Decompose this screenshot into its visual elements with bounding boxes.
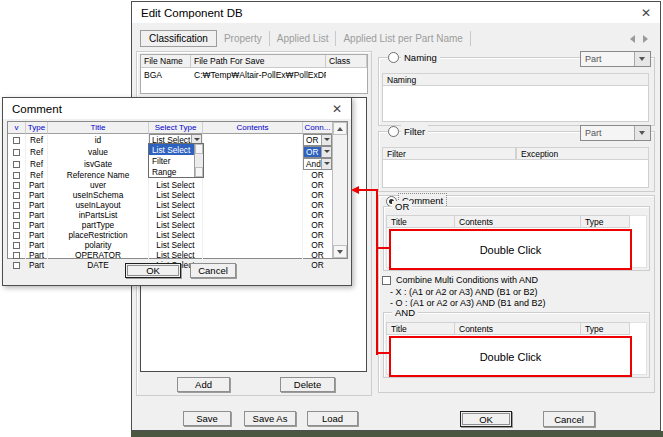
comment-dialog-title: Comment <box>12 103 62 115</box>
vertical-scrollbar[interactable] <box>332 122 347 258</box>
conn-column-header[interactable]: Conn... <box>303 122 332 134</box>
ok-button[interactable]: OK <box>125 263 181 278</box>
annotation-line <box>376 247 391 249</box>
row-checkbox[interactable] <box>13 192 20 199</box>
save-button[interactable]: Save <box>183 411 231 426</box>
close-icon[interactable]: ✕ <box>641 7 651 19</box>
table-row[interactable]: Part polarity List Select OR <box>8 240 332 250</box>
conn-cell: OR <box>303 230 332 240</box>
row-checkbox[interactable] <box>13 262 20 269</box>
filter-scope-combobox[interactable]: Part <box>580 125 651 141</box>
chevron-down-icon[interactable] <box>321 147 331 157</box>
dropdown-scrollbar[interactable] <box>194 144 203 177</box>
scroll-down-icon[interactable] <box>333 245 347 258</box>
row-checkbox[interactable] <box>13 252 20 259</box>
naming-scope-combobox[interactable]: Part <box>580 51 651 67</box>
annotation-line <box>376 352 391 354</box>
dropdown-option-list-select[interactable]: List Select <box>149 144 194 155</box>
tab-scroll-right-icon[interactable] <box>643 35 648 43</box>
scroll-up-icon[interactable] <box>333 122 347 135</box>
tab-applied-list-per-part-name[interactable]: Applied List per Part Name <box>336 31 471 46</box>
select-type-cell: List Select <box>149 200 203 210</box>
conn-cell: OR <box>303 210 332 220</box>
annotation-line <box>376 189 378 355</box>
title-cell: inPartsList <box>48 210 149 220</box>
contents-column-header[interactable]: Contents <box>203 122 303 134</box>
row-checkbox[interactable] <box>13 137 20 144</box>
type-cell: Part <box>26 250 48 260</box>
delete-button-label: Delete <box>294 379 321 390</box>
tab-applied-list[interactable]: Applied List <box>270 31 337 46</box>
title-column-header[interactable]: Title <box>48 122 149 134</box>
type-column-header[interactable]: Type <box>26 122 48 134</box>
delete-button[interactable]: Delete <box>280 377 335 392</box>
chevron-down-icon[interactable] <box>321 135 331 145</box>
table-row[interactable]: Part uver List Select OR <box>8 180 332 190</box>
dropdown-option-filter[interactable]: Filter <box>149 155 194 166</box>
screenshot-root: Edit Component DB ✕ Classification Prope… <box>0 0 663 437</box>
select-type-column-header[interactable]: Select Type <box>149 122 203 134</box>
select-type-cell: List Select <box>149 190 203 200</box>
type-cell: Part <box>26 260 48 270</box>
tab-property[interactable]: Property <box>217 31 270 46</box>
file-name-header: File Name <box>141 55 191 68</box>
type-cell: Part <box>26 240 48 250</box>
chevron-down-icon[interactable] <box>634 52 650 66</box>
conn-combobox[interactable]: OR <box>303 146 332 158</box>
chevron-down-icon[interactable] <box>321 159 331 169</box>
file-table: File Name File Path For Save Class BGA C… <box>140 54 368 94</box>
select-type-cell: List Select <box>149 210 203 220</box>
row-checkbox[interactable] <box>13 212 20 219</box>
row-checkbox[interactable] <box>13 242 20 249</box>
conn-combobox[interactable]: And <box>303 158 332 170</box>
select-type-cell: List Select <box>149 240 203 250</box>
contents-cell <box>203 170 303 180</box>
table-row[interactable]: Part partType List Select OR <box>8 220 332 230</box>
row-checkbox[interactable] <box>13 172 20 179</box>
check-column-header[interactable]: v <box>8 122 26 134</box>
and-double-click-area[interactable]: Double Click <box>389 336 632 377</box>
ok-button[interactable]: OK <box>460 411 512 427</box>
table-row[interactable]: Part useInSchema List Select OR <box>8 190 332 200</box>
cancel-button[interactable]: Cancel <box>543 411 595 427</box>
table-row[interactable]: Part OPERATOR List Select OR <box>8 250 332 260</box>
row-checkbox[interactable] <box>13 202 20 209</box>
table-row[interactable]: BGA C:₩Temp₩Altair-PollEx₩PollExDFM' <box>141 68 367 81</box>
add-button[interactable]: Add <box>177 377 230 392</box>
row-checkbox[interactable] <box>13 232 20 239</box>
naming-radio[interactable] <box>388 52 399 63</box>
type-cell: Part <box>26 190 48 200</box>
cancel-button[interactable]: Cancel <box>190 263 236 278</box>
or-double-click-area[interactable]: Double Click <box>389 229 632 270</box>
conn-value: OR <box>304 135 321 145</box>
filter-radio-label: Filter <box>401 125 428 138</box>
select-type-cell: List Select <box>149 230 203 240</box>
and-group-label: AND <box>392 307 418 318</box>
combine-rule-x: - X : (A1 or A2 or A3) AND (B1 or B2) <box>390 287 538 297</box>
row-checkbox[interactable] <box>13 222 20 229</box>
close-icon[interactable]: ✕ <box>332 103 342 115</box>
row-checkbox[interactable] <box>13 182 20 189</box>
chevron-down-icon[interactable] <box>634 126 650 140</box>
contents-cell <box>203 180 303 190</box>
ok-button-label: OK <box>146 265 160 276</box>
table-row[interactable]: Part placeRestriction List Select OR <box>8 230 332 240</box>
select-type-cell: List Select <box>149 220 203 230</box>
dropdown-option-range[interactable]: Range <box>149 166 194 177</box>
tab-classification[interactable]: Classification <box>140 30 217 47</box>
filter-radio[interactable] <box>388 126 399 137</box>
combine-multi-conditions-checkbox[interactable] <box>382 276 391 285</box>
or-double-click-label: Double Click <box>480 244 542 256</box>
table-row[interactable]: Part useInLayout List Select OR <box>8 200 332 210</box>
load-button[interactable]: Load <box>307 411 358 426</box>
conn-cell: OR <box>303 190 332 200</box>
class-cell <box>326 68 367 81</box>
conn-combobox[interactable]: OR <box>303 134 332 146</box>
title-cell: Reference Name <box>48 170 149 180</box>
row-checkbox[interactable] <box>13 161 20 168</box>
tab-scroll-left-icon[interactable] <box>630 35 635 43</box>
save-as-button[interactable]: Save As <box>244 411 296 426</box>
class-header: Class <box>326 55 367 68</box>
table-row[interactable]: Part inPartsList List Select OR <box>8 210 332 220</box>
row-checkbox[interactable] <box>13 149 20 156</box>
